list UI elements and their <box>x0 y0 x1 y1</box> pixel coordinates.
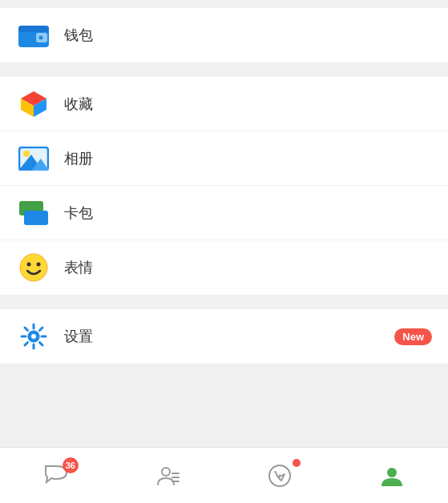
tab-contacts[interactable] <box>144 456 192 496</box>
emoji-icon <box>19 253 48 282</box>
menu-item-emoji[interactable]: 表情 <box>0 240 448 295</box>
card-icon-wrap-outer <box>16 195 51 231</box>
contacts-icon <box>156 464 180 488</box>
new-badge: New <box>394 328 432 345</box>
gap-2 <box>0 301 448 309</box>
chat-badge: 36 <box>63 457 79 473</box>
menu-item-settings[interactable]: 设置 New <box>0 309 448 364</box>
card-icon <box>19 201 48 225</box>
menu-label-settings: 设置 <box>64 327 394 346</box>
menu-label-album: 相册 <box>64 149 432 168</box>
svg-point-14 <box>27 263 31 267</box>
svg-rect-12 <box>24 211 48 225</box>
gear-icon <box>20 323 47 350</box>
cube-icon <box>19 90 48 119</box>
svg-rect-1 <box>18 26 49 32</box>
svg-line-23 <box>40 343 43 346</box>
svg-point-3 <box>39 36 43 40</box>
svg-point-17 <box>31 334 36 339</box>
menu-label-favorites: 收藏 <box>64 95 432 114</box>
gap-3 <box>0 370 448 378</box>
svg-line-25 <box>25 343 28 346</box>
tab-me[interactable] <box>368 456 416 496</box>
wallet-icon <box>18 23 49 47</box>
section-wallet: 钱包 <box>0 8 448 62</box>
top-gap <box>0 0 448 8</box>
wallet-icon-wrap <box>16 18 51 53</box>
emoji-icon-wrap <box>16 250 51 285</box>
gap-1 <box>0 69 448 77</box>
svg-point-13 <box>20 254 47 281</box>
menu-label-wallet: 钱包 <box>64 26 432 45</box>
tab-chats[interactable]: 36 <box>32 456 80 496</box>
svg-point-32 <box>387 468 397 477</box>
svg-point-26 <box>162 468 170 476</box>
photo-icon-wrap-outer <box>16 141 51 176</box>
menu-item-favorites[interactable]: 收藏 <box>0 77 448 131</box>
section-main: 收藏 相册 <box>0 77 448 295</box>
svg-point-15 <box>37 263 41 267</box>
svg-line-24 <box>40 328 43 331</box>
main-content: 钱包 收藏 <box>0 0 448 447</box>
discover-dot <box>293 459 301 467</box>
gear-icon-wrap <box>16 319 51 354</box>
tab-bar: 36 <box>0 447 448 503</box>
photo-icon <box>18 147 49 171</box>
menu-item-cardwallet[interactable]: 卡包 <box>0 186 448 240</box>
menu-label-emoji: 表情 <box>64 258 432 277</box>
tab-discover[interactable] <box>256 456 304 496</box>
cube-icon-wrap <box>16 87 51 122</box>
menu-item-album[interactable]: 相册 <box>0 131 448 186</box>
me-icon <box>380 464 404 488</box>
menu-item-wallet[interactable]: 钱包 <box>0 8 448 62</box>
svg-point-8 <box>23 151 30 157</box>
svg-line-22 <box>25 328 28 331</box>
svg-point-31 <box>279 474 281 477</box>
section-settings: 设置 New <box>0 309 448 364</box>
discover-icon <box>268 464 292 488</box>
menu-label-cardwallet: 卡包 <box>64 203 432 223</box>
